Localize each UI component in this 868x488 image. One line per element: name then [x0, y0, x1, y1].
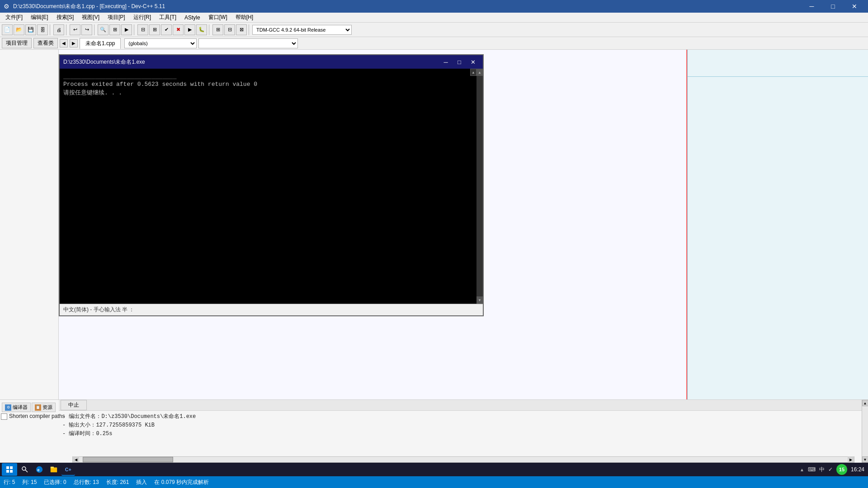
- console-vertical-scrollbar[interactable]: ▲ ▼: [476, 69, 483, 304]
- debug-button[interactable]: 🐛: [196, 24, 207, 35]
- console-scroll-up-arrow[interactable]: ▲: [476, 69, 483, 76]
- checkmark-icon[interactable]: ✓: [828, 466, 833, 473]
- console-scroll-down-arrow[interactable]: ▼: [476, 296, 483, 304]
- save-all-button[interactable]: 🗄: [37, 24, 48, 35]
- menu-help[interactable]: 帮助[H]: [232, 13, 257, 22]
- status-sel: 已选择: 0: [44, 479, 66, 486]
- menu-file[interactable]: 文件[F]: [2, 13, 26, 22]
- redo-button[interactable]: ↪: [81, 24, 92, 35]
- scope-dropdown[interactable]: (globals): [124, 38, 197, 48]
- compiler-tab[interactable]: ⚙ 编译器: [2, 403, 31, 412]
- open-file-button[interactable]: 📂: [14, 24, 24, 35]
- window-title: D:\z3530\Documents\未命名1.cpp - [Executing…: [13, 3, 165, 10]
- menu-edit[interactable]: 编辑[E]: [27, 13, 52, 22]
- scroll-track[interactable]: [79, 457, 848, 462]
- taskbar-search-icon[interactable]: [18, 463, 32, 476]
- status-col: 列: 15: [22, 479, 37, 486]
- right-panel: [687, 50, 868, 399]
- taskbar-right: ▲ ⌨ 中 ✓ 15 16:24: [800, 464, 864, 475]
- console-close-button[interactable]: ✕: [467, 57, 479, 67]
- indent-button[interactable]: ⊟: [137, 24, 148, 35]
- window-tile-button[interactable]: ⊞: [212, 24, 223, 35]
- project-tab[interactable]: 项目管理: [2, 38, 32, 48]
- syntax-check-button[interactable]: ✖: [173, 24, 184, 35]
- view-tab[interactable]: 查看类: [33, 38, 58, 48]
- compiler-dropdown[interactable]: TDM-GCC 4.9.2 64-bit Release: [252, 25, 352, 35]
- undo-button[interactable]: ↩: [70, 24, 80, 35]
- ime-indicator[interactable]: 中: [819, 466, 825, 474]
- console-maximize-button[interactable]: □: [453, 57, 466, 67]
- title-bar: ⚙ D:\z3530\Documents\未命名1.cpp - [Executi…: [0, 0, 868, 13]
- shorten-paths-checkbox[interactable]: [1, 413, 7, 420]
- status-insert: 插入: [136, 479, 147, 486]
- output-vertical-scrollbar[interactable]: ▲ ▼: [862, 400, 868, 463]
- file-tab-cpp[interactable]: 未命名1.cpp: [80, 38, 121, 49]
- svg-rect-1: [10, 466, 13, 469]
- console-scrollbar-up[interactable]: ▲: [470, 69, 476, 76]
- output-lines: - 编出文件名：D:\z3530\Documents\未命名1.exe - 输出…: [59, 411, 862, 441]
- toolbar-separator-6: [249, 24, 250, 35]
- menu-window[interactable]: 窗口[W]: [205, 13, 231, 22]
- taskbar-edge-icon[interactable]: e: [33, 463, 46, 476]
- keyboard-icon[interactable]: ⌨: [808, 466, 816, 473]
- console-minimize-button[interactable]: ─: [439, 57, 452, 67]
- search-button[interactable]: 🔍: [98, 24, 108, 35]
- taskbar: e C+ ▲ ⌨ 中 ✓ 15 16:24: [0, 463, 868, 476]
- console-window-controls: ─ □ ✕: [439, 57, 479, 67]
- vscroll-down-arrow[interactable]: ▼: [862, 456, 868, 463]
- nav-next-button[interactable]: ▶: [70, 39, 78, 47]
- nav-prev-button[interactable]: ◀: [60, 39, 68, 47]
- svg-rect-9: [51, 467, 54, 469]
- compiler-tab-label: 编译器: [13, 404, 28, 411]
- taskbar-devcpp-icon[interactable]: C+: [61, 463, 75, 476]
- vscroll-up-arrow[interactable]: ▲: [862, 400, 868, 406]
- left-sidebar: [0, 50, 59, 399]
- svg-rect-2: [6, 470, 9, 473]
- taskbar-start-button[interactable]: [2, 463, 17, 476]
- menu-run[interactable]: 运行[R]: [130, 13, 155, 22]
- shorten-paths-area: Shorten compiler paths: [1, 413, 91, 424]
- save-button[interactable]: 💾: [25, 24, 36, 35]
- menu-project[interactable]: 项目[P]: [104, 13, 129, 22]
- svg-rect-0: [6, 466, 9, 469]
- status-bar: 行: 5 列: 15 已选择: 0 总行数: 13 长度: 261 插入 在 0…: [0, 476, 868, 488]
- status-len: 长度: 261: [106, 479, 129, 486]
- menu-bar: 文件[F] 编辑[E] 搜索[S] 视图[V] 项目[P] 运行[R] 工具[T…: [0, 13, 868, 23]
- window-cascade-button[interactable]: ⊟: [224, 24, 235, 35]
- toolbar: 📄 📂 💾 🗄 🖨 ↩ ↪ 🔍 ⊞ ▶ ⊟ ⊞ ✔ ✖ ▶ 🐛 ⊞ ⊟ ⊠ TD…: [0, 23, 868, 37]
- maximize-button[interactable]: □: [823, 0, 843, 13]
- menu-search[interactable]: 搜索[S]: [53, 13, 78, 22]
- status-parse-time: 在 0.079 秒内完成解析: [154, 479, 209, 486]
- secondary-toolbar: 项目管理 查看类 ◀ ▶ 未命名1.cpp (globals): [0, 37, 868, 50]
- run-button[interactable]: ▶: [184, 24, 195, 35]
- taskbar-file-explorer-icon[interactable]: [47, 463, 61, 476]
- menu-astyle[interactable]: AStyle: [181, 13, 204, 22]
- notification-badge[interactable]: 15: [836, 464, 847, 475]
- print-button[interactable]: 🖨: [53, 24, 64, 35]
- scroll-left-arrow[interactable]: ◀: [73, 456, 79, 463]
- close-button[interactable]: ✕: [844, 0, 864, 13]
- new-file-button[interactable]: 📄: [2, 24, 13, 35]
- resource-tab[interactable]: 📋 资源: [32, 403, 56, 412]
- menu-view[interactable]: 视图[V]: [78, 13, 103, 22]
- toolbar-separator-2: [66, 24, 68, 35]
- stop-execution-button[interactable]: 中止: [61, 400, 87, 410]
- function-dropdown[interactable]: [198, 38, 298, 48]
- unindent-button[interactable]: ⊞: [149, 24, 160, 35]
- output-horizontal-scrollbar[interactable]: ◀ ▶: [72, 456, 854, 463]
- chevron-up-icon[interactable]: ▲: [800, 467, 804, 472]
- goto-button[interactable]: ▶: [121, 24, 132, 35]
- console-window: D:\z3530\Documents\未命名1.exe ─ □ ✕ ▲ ____…: [59, 54, 484, 316]
- bottom-area: ⚙ 编译器 📋 资源 Shorten compiler paths 中止 - 编…: [0, 399, 868, 463]
- svg-text:e: e: [38, 468, 40, 472]
- toggle-comment-button[interactable]: ✔: [161, 24, 172, 35]
- replace-button[interactable]: ⊞: [109, 24, 120, 35]
- resource-tab-label: 资源: [42, 404, 52, 411]
- minimize-button[interactable]: ─: [802, 0, 822, 13]
- console-footer: 中文(简体) - 手心输入法 半 ：: [60, 304, 483, 315]
- svg-text:C+: C+: [65, 467, 71, 472]
- scroll-thumb[interactable]: [83, 457, 173, 462]
- menu-tools[interactable]: 工具[T]: [156, 13, 180, 22]
- window-h-button[interactable]: ⊠: [236, 24, 247, 35]
- scroll-right-arrow[interactable]: ▶: [848, 456, 854, 463]
